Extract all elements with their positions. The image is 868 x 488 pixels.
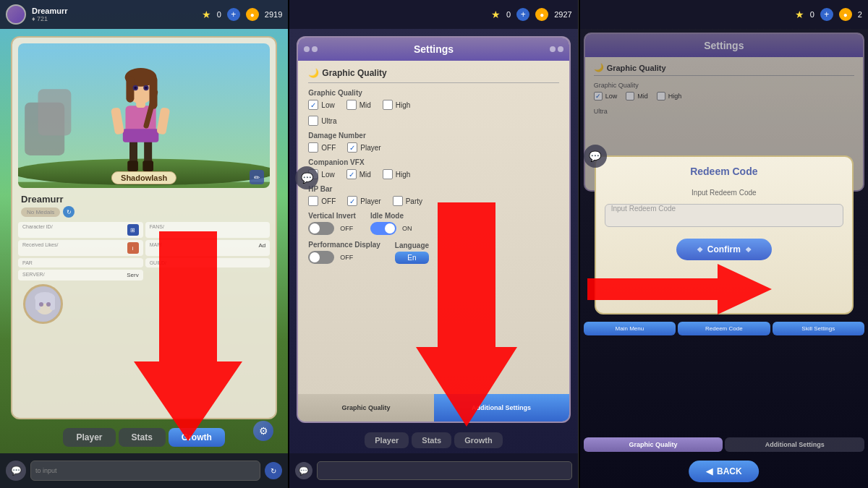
character-name-banner: Shadowlash — [111, 171, 176, 184]
back-arrow-icon: ◀ — [706, 466, 712, 476]
panel-2: ★ 0 + ● 2927 Settings 🌙 Graphic Quality — [288, 0, 578, 488]
checkbox-high-p3 — [657, 92, 665, 100]
checkbox-low-p3: ✓ — [594, 92, 603, 100]
tab-stats[interactable]: Stats — [119, 428, 166, 447]
svg-rect-26 — [50, 297, 55, 310]
damage-player-checkbox[interactable] — [347, 142, 357, 153]
dot-3 — [550, 46, 556, 52]
quality-high-option[interactable]: High — [383, 100, 411, 110]
hp-bar-label: HP Bar — [308, 185, 558, 193]
hud-star-count-p2: 0 — [506, 10, 511, 19]
section-title-p3: 🌙 Graphic Quality — [594, 63, 854, 72]
settings-modal: Settings 🌙 Graphic Quality Graphic Quali… — [297, 36, 570, 423]
hp-off-checkbox[interactable] — [308, 196, 318, 206]
copy-icon[interactable]: ⊞ — [127, 224, 139, 236]
performance-toggle[interactable] — [308, 251, 334, 264]
quality-mid-option[interactable]: Mid — [346, 100, 371, 110]
moon-icon-p3: 🌙 — [594, 63, 604, 72]
refresh-icon[interactable]: ↻ — [63, 206, 75, 218]
hud-coin-count-p2: 2927 — [554, 10, 571, 19]
tab-growth[interactable]: Growth — [169, 428, 225, 447]
ultra-row-p3: Ultra — [594, 103, 854, 116]
tab-player[interactable]: Player — [63, 428, 115, 447]
quality-options-p3: ✓ Low Mid High — [594, 92, 854, 100]
chat-icon-p3[interactable]: 💬 — [584, 145, 607, 168]
subtab-player[interactable]: Player — [365, 432, 409, 448]
hp-player-checkbox[interactable] — [347, 196, 357, 206]
bottom-tabs-p3: Graphic Quality Additional Settings — [584, 437, 864, 452]
chat-icon[interactable]: 💬 — [6, 461, 26, 481]
subtab-growth[interactable]: Growth — [454, 432, 503, 448]
hp-party-checkbox[interactable] — [393, 196, 403, 206]
p3-tab-graphic[interactable]: Graphic Quality — [584, 437, 723, 452]
chat-input-p2[interactable] — [317, 461, 571, 480]
hud-player-level: ♦ 721 — [32, 15, 68, 22]
vertical-invert-toggle[interactable] — [308, 222, 334, 235]
redeem-modal: Redeem Code Input Redeem Code Input Rede… — [595, 155, 854, 314]
hp-party-option[interactable]: Party — [393, 196, 422, 206]
idle-mode-toggle[interactable] — [370, 222, 396, 235]
svg-rect-6 — [127, 160, 138, 171]
damage-number-label: Damage Number — [308, 132, 558, 140]
redeem-code-btn-p3[interactable]: Redeem Code — [678, 322, 770, 335]
hud-star-icon: ★ — [202, 9, 211, 20]
quality-high-checkbox[interactable] — [383, 100, 393, 110]
settings-title-p3: Settings — [704, 40, 744, 51]
quality-low-p3: ✓ Low — [594, 92, 618, 100]
hud-star-count-p3: 0 — [810, 10, 814, 19]
hud-plus-p2[interactable]: + — [516, 8, 529, 21]
companion-vfx-label: Companion VFX — [308, 158, 558, 166]
character-edit-icon[interactable]: ✏ — [250, 170, 264, 184]
divider-p3 — [594, 75, 854, 76]
hud-coin-icon: ● — [246, 8, 259, 21]
modal-tab-graphic[interactable]: Graphic Quality — [298, 394, 433, 421]
redeem-title: Redeem Code — [690, 166, 757, 177]
p3-tab-additional[interactable]: Additional Settings — [725, 437, 864, 452]
hud-plus-button[interactable]: + — [227, 8, 240, 21]
hp-player-option[interactable]: Player — [347, 196, 380, 206]
server-row: SERVER/ Serv — [18, 270, 143, 281]
companion-high-option[interactable]: High — [383, 169, 411, 179]
subtab-stats[interactable]: Stats — [412, 432, 451, 448]
info-icon[interactable]: i — [127, 242, 139, 254]
language-group: Language En — [395, 241, 429, 264]
refresh-chat-icon[interactable]: ↻ — [265, 462, 282, 479]
settings-header-p3: Settings — [585, 34, 863, 57]
character-avatar — [23, 284, 63, 324]
hud-plus-p3[interactable]: + — [820, 8, 833, 21]
small-buttons-p3: Main Menu Redeem Code Skill Settings — [584, 322, 864, 335]
received-likes-row: Received Likes/ i — [18, 240, 143, 256]
guild-row: GUILD/ — [145, 258, 271, 267]
dot-1 — [304, 46, 310, 52]
language-button[interactable]: En — [395, 252, 429, 264]
companion-high-checkbox[interactable] — [383, 169, 393, 179]
chat-input[interactable]: to input — [30, 461, 260, 481]
quality-ultra-option[interactable]: Ultra — [308, 116, 336, 126]
hud-coin-count: 2919 — [265, 10, 282, 19]
confirm-button[interactable]: Confirm — [676, 239, 772, 260]
settings-title: Settings — [414, 43, 454, 55]
redeem-input[interactable]: Input Redeem Code — [605, 204, 843, 227]
companion-mid-checkbox[interactable] — [346, 169, 357, 179]
skill-settings-btn-p3[interactable]: Skill Settings — [773, 322, 864, 335]
modal-tab-additional[interactable]: Additional Settings — [434, 394, 569, 421]
damage-off-option[interactable]: OFF — [308, 142, 336, 153]
header-dots-right — [550, 46, 563, 52]
quality-mid-checkbox[interactable] — [346, 100, 357, 110]
idle-mode-label: Idle Mode — [370, 212, 412, 220]
toggle-knob-im — [385, 223, 395, 234]
back-button[interactable]: ◀ BACK — [689, 461, 760, 482]
damage-off-checkbox[interactable] — [308, 142, 318, 153]
hp-off-option[interactable]: OFF — [308, 196, 336, 206]
companion-mid-option[interactable]: Mid — [346, 169, 371, 179]
quality-ultra-checkbox[interactable] — [308, 116, 318, 126]
checkbox-mid-p3 — [626, 92, 634, 100]
main-menu-btn-p3[interactable]: Main Menu — [584, 322, 676, 335]
quality-low-checkbox[interactable] — [308, 100, 318, 110]
damage-player-option[interactable]: Player — [347, 142, 380, 153]
chat-icon-bottom-p2[interactable]: 💬 — [295, 462, 312, 479]
vertical-invert-label: Vertical Invert — [308, 212, 356, 220]
quality-low-option[interactable]: Low — [308, 100, 334, 110]
damage-row: OFF Player — [308, 142, 558, 153]
idle-mode-group: Idle Mode ON — [370, 212, 412, 235]
